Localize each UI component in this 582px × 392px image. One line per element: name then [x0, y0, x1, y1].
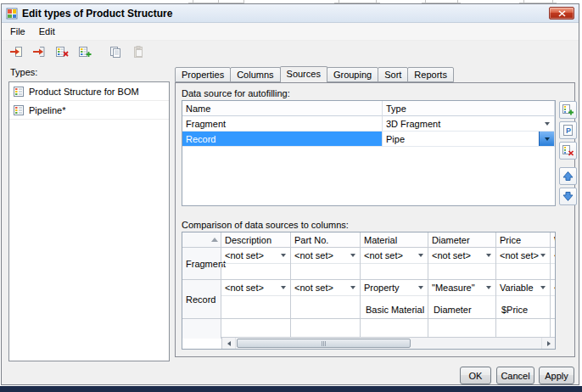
chevron-down-icon: [418, 286, 423, 289]
column-header[interactable]: W: [551, 232, 556, 247]
source-properties-button[interactable]: P: [559, 121, 577, 139]
source-type-combo[interactable]: Pipe: [383, 132, 555, 147]
source-table: Name Type Fragment 3D Fragment Record Pi…: [182, 100, 556, 206]
delete-source-icon: [562, 144, 574, 157]
mapping-combo[interactable]: "Measure": [428, 280, 495, 296]
row-header[interactable]: Fragment: [182, 248, 221, 279]
chevron-down-icon: [350, 286, 355, 289]
scroll-right-button[interactable]: [541, 338, 555, 349]
chevron-down-icon: [545, 122, 550, 126]
combo-value: Variable: [500, 283, 534, 293]
new-subtype-icon: [78, 45, 92, 59]
move-down-button[interactable]: [559, 188, 577, 205]
combo-value: <not set>: [500, 250, 539, 260]
tab-sources[interactable]: Sources: [280, 66, 327, 82]
scroll-left-button[interactable]: [222, 338, 236, 349]
mapping-combo[interactable]: <not set>: [361, 248, 428, 264]
type-icon: [13, 86, 25, 98]
delete-type-button[interactable]: [52, 42, 72, 62]
source-table-header: Name Type: [182, 101, 555, 116]
new-subtype-button[interactable]: [75, 42, 95, 62]
mapping-cell: "Measure" Diameter: [428, 280, 496, 318]
mapping-cell: <n: [551, 280, 556, 318]
add-type-button[interactable]: [6, 42, 26, 62]
column-header[interactable]: Diameter: [428, 232, 496, 247]
tab-properties[interactable]: Properties: [175, 67, 231, 82]
scrollbar-thumb[interactable]: [237, 339, 411, 348]
mapping-combo[interactable]: <n: [551, 248, 556, 264]
column-header[interactable]: Price: [496, 232, 551, 247]
copy-button[interactable]: [105, 42, 126, 62]
column-header-type[interactable]: Type: [383, 101, 555, 116]
arrow-right-icon: [547, 341, 551, 346]
horizontal-scrollbar[interactable]: [221, 337, 555, 349]
mapping-combo[interactable]: <n: [551, 280, 556, 296]
window-title: Edit types of Product Structure: [22, 8, 172, 20]
close-button[interactable]: [549, 7, 574, 20]
column-header[interactable]: Part No.: [291, 232, 361, 247]
background-strip: [0, 386, 582, 392]
source-type-combo[interactable]: 3D Fragment: [383, 116, 555, 132]
comparison-grid: Description Part No. Material Diameter P…: [182, 232, 556, 350]
mapping-combo[interactable]: <not set>: [291, 248, 360, 264]
cancel-button[interactable]: Cancel: [496, 367, 534, 384]
combo-value: <n: [554, 283, 556, 293]
insert-type-icon: [32, 45, 46, 59]
mapping-detail: [291, 315, 360, 318]
tab-reports[interactable]: Reports: [407, 67, 454, 82]
types-list-item[interactable]: Pipeline*: [9, 101, 169, 120]
source-name-cell[interactable]: Fragment: [182, 116, 383, 132]
chevron-down-icon: [540, 254, 546, 257]
mapping-combo[interactable]: <not set>: [221, 280, 290, 296]
apply-button[interactable]: Apply: [539, 367, 574, 384]
add-source-icon: [562, 104, 574, 116]
types-label: Types:: [10, 67, 37, 77]
arrow-left-icon: [227, 341, 231, 346]
delete-source-button[interactable]: [559, 142, 577, 160]
source-name-cell-selected[interactable]: Record: [182, 132, 383, 147]
comparison-header-row: Description Part No. Material Diameter P…: [182, 232, 556, 248]
column-header-name[interactable]: Name: [182, 101, 383, 116]
mapping-detail: Basic Material: [361, 305, 428, 318]
menu-bar: File Edit: [2, 23, 579, 41]
mapping-detail: $Price: [496, 305, 550, 318]
chevron-down-icon: [418, 254, 423, 257]
insert-type-button[interactable]: [29, 42, 49, 62]
mapping-combo[interactable]: Variable: [496, 280, 550, 296]
mapping-combo[interactable]: <not set>: [291, 280, 360, 296]
source-properties-icon: P: [562, 124, 574, 137]
mapping-combo[interactable]: <not set>: [221, 248, 290, 264]
source-row-record: Record Pipe: [182, 132, 555, 147]
mapping-combo[interactable]: <not set>: [496, 248, 550, 264]
row-header[interactable]: Record: [182, 280, 221, 318]
type-item-label: Pipeline*: [29, 105, 65, 115]
types-list-item[interactable]: Product Structure for BOM: [9, 82, 169, 101]
column-header[interactable]: Description: [221, 232, 291, 247]
type-icon: [13, 104, 25, 116]
column-header[interactable]: Material: [361, 232, 428, 247]
combo-dropdown-button[interactable]: [539, 132, 554, 146]
tab-grouping[interactable]: Grouping: [327, 67, 378, 82]
close-icon: [558, 10, 566, 17]
autofill-label: Data source for autofilling:: [182, 88, 290, 98]
mapping-cell: <n: [551, 248, 556, 279]
menu-file[interactable]: File: [3, 24, 32, 39]
tab-sort[interactable]: Sort: [378, 67, 408, 82]
tab-strip: Properties Columns Sources Grouping Sort…: [175, 66, 454, 82]
select-all-corner[interactable]: [182, 232, 221, 247]
chevron-down-icon: [486, 254, 491, 257]
tab-columns[interactable]: Columns: [230, 67, 280, 82]
mapping-combo[interactable]: Property: [361, 280, 428, 296]
title-bar[interactable]: Edit types of Product Structure: [2, 4, 579, 23]
mapping-detail: [221, 315, 290, 318]
delete-type-icon: [55, 45, 69, 59]
paste-icon: [132, 45, 145, 59]
paste-button[interactable]: [128, 42, 148, 62]
ok-button[interactable]: OK: [460, 367, 491, 384]
chevron-down-icon: [540, 286, 546, 289]
copy-icon: [109, 45, 122, 59]
mapping-combo[interactable]: <not set>: [428, 248, 495, 264]
move-up-button[interactable]: [559, 167, 577, 185]
menu-edit[interactable]: Edit: [32, 24, 62, 39]
add-source-button[interactable]: [559, 101, 577, 119]
